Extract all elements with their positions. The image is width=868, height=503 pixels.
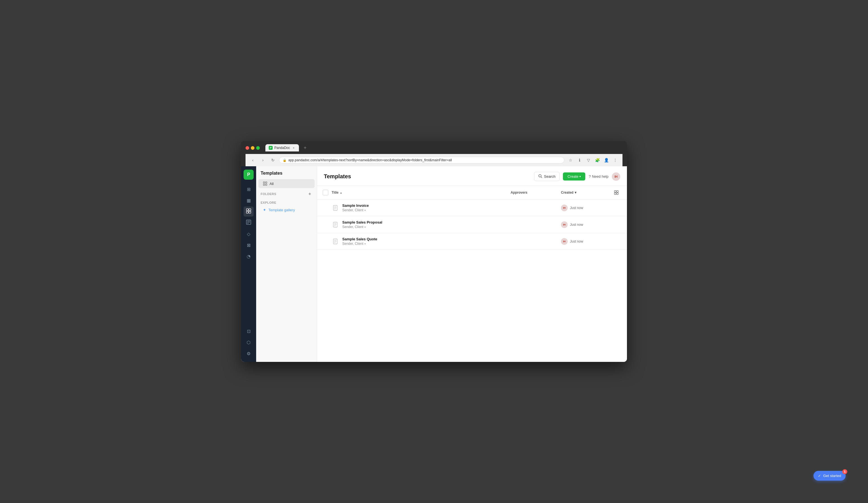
svg-rect-15	[617, 191, 618, 192]
inbox-icon: ⊡	[247, 329, 250, 334]
actions-column-header	[611, 189, 621, 197]
close-window-button[interactable]	[246, 146, 249, 150]
help-button[interactable]: ? Need help	[589, 174, 609, 179]
title-column-header[interactable]: Title ▲	[332, 191, 510, 195]
row-created-3: IH Just now	[561, 238, 611, 245]
icon-sidebar: P ⊞ ▦	[241, 166, 256, 362]
svg-rect-2	[246, 211, 248, 213]
sidebar-item-contacts[interactable]: ⊠	[244, 240, 254, 250]
profile-icon[interactable]: 👤	[602, 156, 610, 164]
user-avatar[interactable]: IH	[612, 172, 620, 181]
view-toggle-icon[interactable]	[612, 189, 620, 197]
row-time-3: Just now	[570, 240, 583, 243]
ssl-lock-icon: 🔒	[283, 158, 287, 162]
row-sub-text-1: Sender, Client	[342, 208, 363, 212]
created-label: Created	[561, 191, 574, 195]
help-label: Need help	[592, 174, 609, 179]
editor-icon: ▦	[247, 198, 251, 203]
select-all-checkbox[interactable]	[323, 190, 328, 195]
main-content: Templates Search Create ▾	[317, 166, 627, 362]
extensions-icon[interactable]: 🧩	[593, 156, 601, 164]
folders-label: FOLDERS	[261, 192, 276, 196]
explore-label: EXPLORE	[261, 201, 276, 204]
get-started-check-icon: ✓	[818, 474, 821, 478]
row-info-2: Sample Sales Proposal Sender, Client ▾	[342, 220, 510, 229]
sidebar-item-templates[interactable]	[244, 207, 254, 217]
svg-rect-9	[266, 182, 267, 183]
sidebar-item-settings[interactable]: ⚙	[244, 348, 254, 358]
refresh-button[interactable]: ↻	[269, 156, 277, 164]
svg-rect-3	[249, 211, 251, 213]
title-sort-icon: ▲	[340, 191, 342, 194]
sidebar-item-editor[interactable]: ▦	[244, 195, 254, 206]
minimize-window-button[interactable]	[251, 146, 255, 150]
table-row[interactable]: Sample Sales Quote Sender, Client ▾ IH J…	[317, 233, 627, 250]
header-actions: Search Create ▾ ? Need help IH	[534, 172, 620, 181]
svg-rect-10	[264, 184, 265, 186]
templates-icon	[246, 209, 251, 214]
sidebar-item-integrations[interactable]: ⬡	[244, 337, 254, 347]
nav-panel-title: Templates	[256, 171, 317, 179]
svg-rect-11	[266, 184, 267, 186]
row-info-1: Sample Invoice Sender, Client ▾	[342, 203, 510, 212]
row-sub-text-2: Sender, Client	[342, 225, 363, 229]
row-name-3: Sample Sales Quote	[342, 237, 510, 241]
svg-rect-17	[617, 193, 618, 195]
row-created-2: IH Just now	[561, 221, 611, 228]
create-button[interactable]: Create ▾	[563, 172, 585, 180]
tab-favicon: P	[269, 146, 273, 150]
sidebar-item-inbox[interactable]: ⊡	[244, 326, 254, 336]
tab-close-button[interactable]: ×	[292, 146, 296, 150]
forms-icon	[246, 220, 251, 226]
row-sub-3: Sender, Client ▾	[342, 242, 510, 245]
sidebar-item-tags[interactable]: ◇	[244, 229, 254, 239]
menu-icon[interactable]: ⋮	[611, 156, 619, 164]
bookmark-icon[interactable]: ☆	[567, 156, 575, 164]
filter-icon[interactable]: ▽	[585, 156, 592, 164]
row-name-2: Sample Sales Proposal	[342, 220, 510, 224]
search-button[interactable]: Search	[534, 172, 560, 181]
row-sub-caret-3[interactable]: ▾	[364, 242, 366, 245]
approvers-label: Approvers	[510, 191, 527, 195]
add-folder-button[interactable]: +	[307, 191, 312, 197]
sidebar-item-reports[interactable]: ◔	[244, 251, 254, 261]
row-avatar-3: IH	[561, 238, 568, 245]
fab-badge: 5	[842, 469, 847, 474]
settings-icon: ⚙	[247, 351, 250, 356]
document-icon-2	[332, 221, 340, 229]
contacts-icon: ⊠	[247, 243, 250, 248]
table-row[interactable]: Sample Invoice Sender, Client ▾ IH Just …	[317, 200, 627, 216]
back-button[interactable]: ‹	[249, 156, 257, 164]
row-time-1: Just now	[570, 206, 583, 210]
maximize-window-button[interactable]	[256, 146, 260, 150]
get-started-fab[interactable]: ✓ Get started 5	[814, 471, 846, 481]
nav-item-all[interactable]: All	[258, 179, 314, 188]
traffic-lights	[246, 146, 260, 150]
info-icon[interactable]: ℹ	[576, 156, 583, 164]
search-icon	[538, 174, 542, 179]
nav-item-template-gallery[interactable]: ✦ Template gallery	[258, 206, 314, 214]
row-sub-text-3: Sender, Client	[342, 242, 363, 245]
created-sort-icon: ▾	[575, 191, 576, 195]
create-caret-icon: ▾	[579, 175, 581, 178]
sidebar-item-forms[interactable]	[244, 218, 254, 228]
search-label: Search	[544, 174, 555, 179]
row-time-2: Just now	[570, 223, 583, 227]
pandadoc-logo[interactable]: P	[244, 170, 254, 180]
address-bar[interactable]: 🔒 app.pandadoc.com/a/#/templates-next?so…	[279, 157, 564, 164]
table-row[interactable]: Sample Sales Proposal Sender, Client ▾ I…	[317, 216, 627, 233]
svg-rect-16	[614, 193, 616, 195]
row-sub-caret-1[interactable]: ▾	[364, 209, 366, 212]
row-avatar-1: IH	[561, 205, 568, 211]
row-sub-caret-2[interactable]: ▾	[364, 226, 366, 229]
svg-rect-1	[249, 209, 251, 211]
sidebar-item-documents[interactable]: ⊞	[244, 184, 254, 194]
forward-button[interactable]: ›	[259, 156, 267, 164]
created-column-header[interactable]: Created ▾	[561, 191, 611, 195]
row-info-3: Sample Sales Quote Sender, Client ▾	[342, 237, 510, 245]
browser-tab[interactable]: P PandaDoc ×	[265, 144, 299, 151]
new-tab-button[interactable]: +	[301, 144, 309, 152]
row-avatar-2: IH	[561, 221, 568, 228]
nav-all-label: All	[270, 182, 273, 186]
document-icon-1	[332, 204, 340, 212]
